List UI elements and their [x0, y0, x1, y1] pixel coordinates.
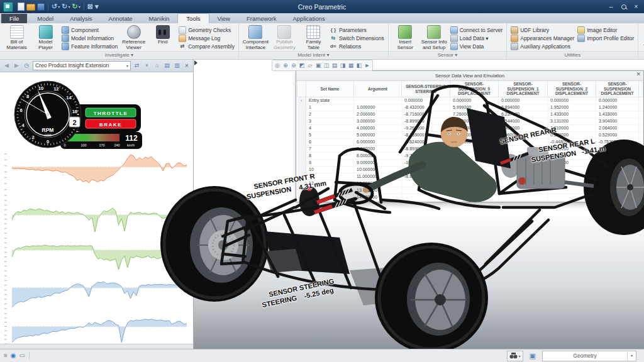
repaint-icon[interactable]: ◩	[298, 62, 306, 70]
web-browser-toggle-icon[interactable]: ◉	[11, 350, 16, 361]
feature-information-button[interactable]: Feature Information	[60, 43, 119, 50]
home-button[interactable]: ⌂	[153, 62, 161, 69]
model-tree-toggle-icon[interactable]: ≡	[4, 350, 8, 361]
view-manager-icon[interactable]: ▤	[331, 62, 338, 70]
filter-caret-icon[interactable]: ▾	[627, 352, 636, 360]
tab-view[interactable]: View	[209, 14, 238, 23]
window-toggle-icon[interactable]: ▭	[19, 350, 25, 361]
zoom-out-icon[interactable]: ⊖	[290, 62, 297, 70]
shade-icon[interactable]: ▱	[306, 62, 314, 70]
model-player-button[interactable]: Model Player	[31, 25, 60, 51]
column-header[interactable]: SENSOR-STEERING STEERING	[402, 81, 450, 97]
display-style-icon[interactable]: ▣	[314, 62, 322, 70]
refresh-button[interactable]: ⇄	[133, 62, 141, 69]
history-button[interactable]: ◷	[23, 62, 31, 69]
stop-button[interactable]: ×	[143, 62, 151, 69]
model-information-button[interactable]: Model Information	[60, 35, 119, 42]
table-row[interactable]: 1010.000000-9.6310001.220000	[297, 167, 643, 173]
table-row[interactable]: 1313.000000	[297, 187, 643, 194]
graphics-area[interactable]: ◎⊕⊖◩▱▣◫▤◨▦◧► Sensor Data View and Emulat…	[193, 59, 644, 349]
column-header[interactable]	[639, 81, 643, 97]
sensor-window-title[interactable]: Sensor Data View and Emulation	[296, 71, 643, 81]
find-tool-button[interactable]: ▾	[507, 351, 523, 361]
component-button[interactable]: Component	[60, 26, 119, 34]
column-header[interactable]: Argument	[354, 81, 402, 97]
column-header[interactable]	[297, 81, 306, 97]
address-dropdown[interactable]: Creo Product Insight Extension▾	[33, 61, 131, 70]
relations-button[interactable]: d=Relations	[328, 43, 386, 50]
capture-icon[interactable]: ◨	[339, 62, 347, 70]
table-row[interactable]: 1212.000000	[297, 180, 643, 187]
sensor-window-close-icon[interactable]: ✕	[636, 71, 641, 77]
column-header[interactable]: SENSOR-SUSPENSION_0 DISPLACEMENT	[450, 81, 499, 97]
close-window-icon[interactable]: ⊠	[87, 3, 93, 11]
table-row[interactable]: 33.000000-8.8990006.7820006.5440003.1310…	[297, 118, 643, 125]
table-row[interactable]: 99.000000-10.1900000.108000-0.702000	[297, 160, 643, 167]
ribbon-group-label-sensor[interactable]: Sensor ▾	[389, 51, 507, 59]
parameters-button[interactable]: { }Parameters	[328, 26, 386, 34]
find-button[interactable]: Find	[148, 25, 177, 51]
message-log-button[interactable]: Message Log	[177, 35, 236, 42]
table-row[interactable]: 1111.000000-8.807000	[297, 173, 643, 180]
minimize-button[interactable]: –	[605, 2, 617, 11]
column-header[interactable]: Set Name	[306, 81, 354, 97]
load-data-button[interactable]: Load Data ▾	[449, 35, 504, 42]
geometry-checks-button[interactable]: Geometry Checks	[177, 26, 236, 34]
app-menu-button[interactable]	[3, 2, 13, 12]
image-editor-button[interactable]: Image Editor	[576, 26, 635, 34]
view-data-button[interactable]: View Data	[449, 43, 504, 50]
connect-to-server-button[interactable]: Connect to Server	[449, 26, 504, 34]
open-file-icon[interactable]	[26, 3, 35, 11]
tab-applications[interactable]: Applications	[284, 14, 333, 23]
selection-filter-dropdown[interactable]: Geometry ▾	[542, 351, 636, 361]
annotation-display-icon[interactable]: ◧	[355, 62, 363, 70]
tab-annotate[interactable]: Annotate	[101, 14, 141, 23]
tab-manikin[interactable]: Manikin	[141, 14, 178, 23]
undo-icon[interactable]: ↺▾	[52, 3, 60, 11]
tab-analysis[interactable]: Analysis	[62, 14, 100, 23]
find-caret-icon[interactable]: ▾	[519, 354, 521, 358]
tab-framework[interactable]: Framework	[238, 14, 285, 23]
spin-center-icon[interactable]: ►	[364, 62, 371, 70]
zoom-fit-icon[interactable]: ◎	[274, 62, 281, 70]
ribbon-group-label-utilities[interactable]: Utilities	[507, 51, 638, 59]
table-row[interactable]: 1414.000000	[297, 194, 643, 201]
tab-file[interactable]: File	[1, 14, 27, 23]
udf-library-button[interactable]: UDF Library	[509, 26, 575, 34]
table-row[interactable]: 22.000000-8.7160007.2600006.2370001.4330…	[297, 111, 643, 118]
column-header[interactable]: SENSOR-SUSPENSION DISPLACEMENT	[596, 81, 639, 97]
back-button[interactable]: ◀	[3, 62, 11, 69]
panel-close-button[interactable]: ×	[183, 62, 191, 69]
redo-icon[interactable]: ↻▾	[62, 3, 70, 11]
tab-tools[interactable]: Tools	[177, 13, 209, 23]
import-profile-editor-button[interactable]: Import Profile Editor	[576, 35, 635, 42]
column-header[interactable]: SENSOR-SUSPENSION_2 DISPLACEMENT	[548, 81, 596, 97]
auxiliary-applications-button[interactable]: Auxiliary Applications	[509, 43, 575, 50]
bill-of-materials-button[interactable]: Bill of Materials	[3, 25, 31, 51]
ribbon-group-label-augmented-reality[interactable]: Augmented Reality	[638, 51, 644, 59]
save-page-button[interactable]: ▥	[173, 62, 181, 69]
compare-assembly-button[interactable]: ⇄Compare Assembly	[177, 43, 236, 50]
column-header[interactable]: SENSOR-SUSPENSION_1 DISPLACEMENT	[499, 81, 548, 97]
ribbon-group-label-investigate[interactable]: Investigate ▾	[0, 51, 238, 59]
ribbon-group-label-model-intent[interactable]: Model Intent ▾	[239, 51, 388, 59]
customize-icon[interactable]: ▾	[95, 3, 99, 11]
panel-sash-arrow-icon[interactable]	[194, 60, 197, 65]
saved-orientations-icon[interactable]: ◫	[323, 62, 330, 70]
reference-viewer-button[interactable]: Reference Viewer	[119, 25, 148, 51]
table-row[interactable]: •Entry state0.0000000.0000000.0000000.00…	[297, 97, 643, 104]
table-row[interactable]: 44.000000-9.2650006.9550006.9000001.8100…	[297, 125, 643, 132]
select-box-icon[interactable]: ▣	[530, 352, 536, 360]
new-file-icon[interactable]	[18, 3, 25, 11]
table-row[interactable]: 11.000000-8.4320005.9990006.8940001.9520…	[297, 104, 643, 111]
appearances-manager-button[interactable]: Appearances Manager	[509, 35, 575, 42]
switch-dimensions-button[interactable]: ⇆Switch Dimensions	[328, 35, 386, 42]
zoom-in-icon[interactable]: ⊕	[282, 62, 289, 70]
component-interface-button[interactable]: Component Interface	[242, 25, 270, 51]
family-table-button[interactable]: Family Table	[299, 25, 328, 51]
close-button[interactable]: ×	[630, 2, 642, 11]
datum-display-icon[interactable]: ▦	[347, 62, 355, 70]
sensor-info-and-setup-button[interactable]: Sensor Info and Setup	[420, 25, 448, 51]
insert-sensor-button[interactable]: Insert Sensor	[391, 25, 419, 51]
search-icon[interactable]	[618, 2, 630, 11]
